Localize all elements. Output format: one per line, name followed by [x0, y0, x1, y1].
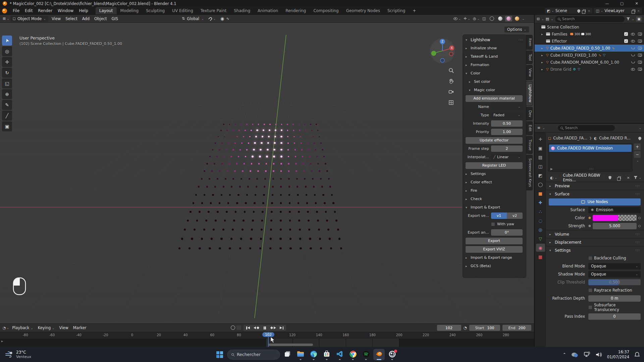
tab-animation[interactable]: Animation	[254, 7, 282, 14]
drone-dot[interactable]	[335, 220, 337, 222]
drone-dot[interactable]	[236, 136, 238, 137]
timeline-menu-keying[interactable]: Keying ⌄	[36, 325, 57, 331]
drone-dot[interactable]	[280, 194, 282, 196]
delete-scene-icon[interactable]: ✕	[588, 9, 590, 13]
section-set-color[interactable]: ▸Set color	[463, 77, 526, 86]
tool-transform[interactable]: ⊕	[2, 89, 12, 99]
drone-dot[interactable]	[261, 142, 263, 144]
properties-tab-particles[interactable]: ∴	[536, 207, 545, 216]
drone-dot[interactable]	[295, 156, 296, 157]
drone-dot[interactable]	[331, 194, 333, 196]
drone-dot[interactable]	[325, 163, 326, 165]
drag-grip-icon[interactable]: ∷∷	[636, 233, 640, 236]
sidebar-tab-dev[interactable]: Dev	[526, 107, 533, 121]
drone-dot[interactable]	[293, 136, 295, 137]
drone-dot[interactable]	[248, 142, 249, 144]
drone-dot[interactable]	[327, 229, 329, 231]
add-slot-button[interactable]: +	[634, 143, 641, 150]
drone-dot[interactable]	[252, 220, 254, 222]
taskbar-app-spotify[interactable]	[360, 349, 372, 360]
properties-tab-material[interactable]: ◉	[536, 244, 545, 252]
tab-texture-paint[interactable]: Texture Paint	[197, 7, 230, 14]
drone-dot[interactable]	[310, 247, 312, 250]
drone-dot[interactable]	[249, 178, 250, 180]
drone-dot[interactable]	[261, 220, 263, 222]
timeline-editor-icon[interactable]: ◔	[3, 326, 6, 330]
drone-dot[interactable]	[329, 186, 331, 187]
drone-dot[interactable]	[272, 178, 274, 180]
material-name-field[interactable]: Cube.FADED RGBW Emis...	[560, 174, 605, 181]
properties-editor-icon[interactable]: ≡	[537, 126, 540, 130]
drone-dot[interactable]	[275, 129, 276, 131]
drone-dot[interactable]	[264, 124, 265, 125]
drone-dot[interactable]	[263, 129, 264, 131]
camera-icon[interactable]	[638, 61, 642, 64]
drone-dot[interactable]	[307, 211, 309, 213]
drone-dot[interactable]	[224, 220, 226, 222]
menu-edit[interactable]: Edit	[22, 8, 35, 13]
drone-dot[interactable]	[307, 142, 309, 144]
properties-tab-output[interactable]: ▤	[536, 153, 545, 161]
drone-dot[interactable]	[211, 238, 213, 240]
filter-type-icon[interactable]: ▤	[546, 17, 549, 21]
drone-dot[interactable]	[299, 130, 301, 131]
drone-dot[interactable]	[304, 178, 306, 180]
channel-expand-icon[interactable]: ▸	[1, 339, 3, 343]
maximize-button[interactable]: ▢	[614, 0, 629, 7]
drone-dot[interactable]	[246, 124, 248, 125]
drone-dot[interactable]	[303, 170, 305, 172]
drone-dot[interactable]	[287, 142, 289, 144]
drone-dot[interactable]	[292, 124, 294, 125]
breadcrumb-material[interactable]: Cube.FADED R...	[599, 136, 631, 140]
drone-dot[interactable]	[301, 142, 302, 144]
drone-dot[interactable]	[315, 149, 316, 150]
drone-dot[interactable]	[241, 229, 244, 231]
drone-dot[interactable]	[229, 194, 231, 196]
drone-dot[interactable]	[271, 211, 273, 213]
drone-dot[interactable]	[218, 136, 219, 137]
drone-dot[interactable]	[274, 136, 276, 138]
viewport-canvas[interactable]: User Perspective (102) Scene Collection …	[0, 23, 534, 323]
drone-dot[interactable]	[309, 156, 310, 157]
drone-dot[interactable]	[296, 178, 298, 180]
pan-hand-icon[interactable]	[448, 78, 454, 84]
playhead-badge[interactable]: 102	[262, 332, 274, 337]
current-frame-field[interactable]: 102	[437, 325, 461, 331]
blender-menu-icon[interactable]	[2, 8, 7, 13]
section-takeoff-land[interactable]: ▸Takeoff & Land	[463, 52, 526, 61]
weather-widget[interactable]: 23°C Venteux	[5, 350, 31, 359]
drone-dot[interactable]	[233, 220, 235, 222]
shading-wireframe[interactable]	[488, 16, 495, 21]
drag-grip-icon[interactable]: ∷∷	[636, 249, 640, 252]
timeline-tracks[interactable]: ▸	[0, 339, 534, 347]
drone-dot[interactable]	[325, 211, 327, 213]
drone-dot[interactable]	[326, 220, 328, 222]
jump-to-start-button[interactable]	[244, 325, 252, 331]
section-gcs-beta[interactable]: ▸GCS (Beta)	[463, 262, 526, 270]
section-import-export-range[interactable]: ▸Import & Export range	[463, 253, 526, 262]
tool-select-box[interactable]: ➤	[2, 36, 12, 46]
drone-dot[interactable]	[280, 186, 282, 187]
xray-toggle[interactable]: ◫	[482, 16, 486, 21]
drone-dot[interactable]	[214, 186, 216, 187]
drone-dot[interactable]	[209, 247, 211, 250]
drone-dot[interactable]	[269, 129, 270, 131]
tool-move[interactable]: ✛	[2, 57, 12, 67]
drone-dot[interactable]	[279, 238, 281, 240]
start-frame-field[interactable]: Start100	[469, 325, 500, 331]
ortho-grid-icon[interactable]	[448, 99, 454, 106]
drone-dot[interactable]	[232, 178, 234, 180]
drone-dot[interactable]	[305, 186, 307, 187]
drone-dot[interactable]	[289, 238, 291, 240]
drone-dot[interactable]	[231, 186, 232, 187]
drone-dot[interactable]	[263, 194, 265, 196]
drone-dot[interactable]	[199, 247, 201, 250]
drone-dot[interactable]	[196, 220, 198, 222]
menu-window[interactable]: Window	[55, 8, 76, 13]
shading-solid[interactable]	[497, 16, 504, 21]
drone-dot[interactable]	[287, 124, 288, 125]
chevron-right-icon[interactable]: ▸	[541, 47, 544, 50]
with-yaw-checkbox[interactable]	[491, 222, 495, 226]
drone-dot[interactable]	[217, 178, 218, 180]
drone-dot[interactable]	[270, 229, 272, 231]
